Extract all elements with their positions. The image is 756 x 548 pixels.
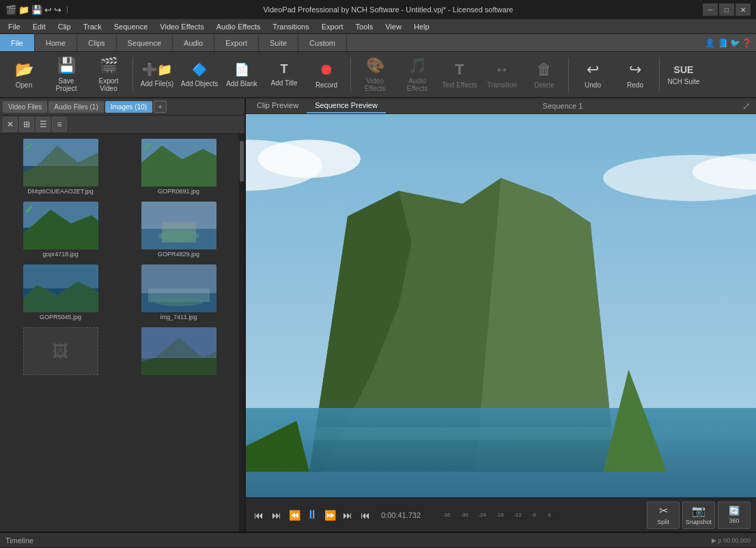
svg-rect-33 — [246, 427, 756, 440]
add-title-button[interactable]: T Add Title — [264, 55, 304, 94]
image-item-8[interactable] — [121, 325, 236, 379]
transition-icon: ↔ — [494, 61, 509, 79]
right-buttons: ✂ Split 📷 Snapshot 🔄 360 — [647, 502, 751, 529]
tab-sequence-preview[interactable]: Sequence Preview — [307, 98, 386, 113]
sequence-preview — [246, 114, 756, 497]
menu-file[interactable]: File — [3, 21, 26, 32]
tab-clip-preview[interactable]: Clip Preview — [249, 98, 307, 113]
svg-rect-23 — [141, 327, 216, 358]
text-effects-button[interactable]: T Text Effects — [440, 55, 479, 94]
menu-help[interactable]: Help — [408, 21, 435, 32]
menu-video-effects[interactable]: Video Effects — [154, 21, 209, 32]
audio-effects-button[interactable]: 🎵 Audio Effects — [397, 55, 437, 94]
vol-marker-5: -12 — [514, 512, 531, 518]
pause-button[interactable]: ⏸ — [305, 508, 320, 523]
tab-audio-files[interactable]: Audio Files (1) — [48, 101, 103, 113]
file-tool-grid[interactable]: ⊞ — [19, 117, 34, 132]
tab-file[interactable]: File — [0, 34, 35, 51]
transition-button[interactable]: ↔ Transition — [482, 55, 522, 94]
image-item-2[interactable]: ✓ GOPR0691.jpg — [121, 137, 236, 197]
rewind-button[interactable]: ⏪ — [287, 508, 302, 523]
image-item-6[interactable]: img_7411.jpg — [121, 262, 236, 323]
menu-tools[interactable]: Tools — [350, 21, 379, 32]
window-controls: ─ □ ✕ — [703, 3, 751, 16]
social-icons: 👤 📘 🐦 — [705, 38, 740, 48]
minimize-button[interactable]: ─ — [703, 3, 718, 16]
tab-home[interactable]: Home — [35, 34, 77, 51]
expand-icon[interactable]: ⤢ — [740, 100, 753, 111]
tab-export[interactable]: Export — [214, 34, 259, 51]
image-thumb-1: ✓ — [23, 139, 98, 187]
next-frame-button[interactable]: ⏭ — [340, 508, 355, 523]
redo-button[interactable]: ↪ Redo — [615, 55, 655, 94]
go-end-button[interactable]: ⏮ — [358, 508, 373, 523]
export-video-icon: 🎬 — [100, 57, 118, 74]
tab-sequence[interactable]: Sequence — [117, 34, 173, 51]
toolbar-sep-1 — [132, 57, 133, 92]
image-item-5[interactable]: GOPR5045.jpg — [3, 262, 118, 323]
undo-button[interactable]: ↩ Undo — [573, 55, 613, 94]
add-files-icon: ➕📁 — [142, 62, 172, 77]
preview-tabs: Clip Preview Sequence Preview Sequence 1… — [246, 98, 756, 114]
add-objects-label: Add Objects — [181, 80, 218, 87]
open-button[interactable]: 📂 Open — [4, 55, 44, 94]
tab-custom[interactable]: Custom — [298, 34, 347, 51]
file-toolbar: ✕ ⊞ ☰ ≡ — [0, 115, 244, 134]
split-button[interactable]: ✂ Split — [647, 502, 680, 529]
close-button[interactable]: ✕ — [736, 3, 751, 16]
image-item-3[interactable]: ✓ gopr4718.jpg — [3, 200, 118, 260]
add-objects-button[interactable]: 🔷 Add Objects — [180, 55, 219, 94]
left-panel-scrollbar[interactable] — [239, 134, 244, 532]
tab-clips[interactable]: Clips — [77, 34, 116, 51]
vol-marker-1: -36 — [443, 512, 460, 518]
toolbar-sep-4 — [659, 57, 660, 92]
add-title-icon: T — [281, 62, 288, 77]
export-video-label: Export Video — [89, 77, 128, 92]
menu-clip[interactable]: Clip — [53, 21, 76, 32]
tab-audio[interactable]: Audio — [173, 34, 214, 51]
menu-audio-effects[interactable]: Audio Effects — [211, 21, 266, 32]
delete-button[interactable]: 🗑 Delete — [524, 55, 564, 94]
undo-label: Undo — [585, 81, 601, 89]
menu-export[interactable]: Export — [316, 21, 349, 32]
redo-icon[interactable]: ↪ — [54, 5, 61, 15]
menu-sequence[interactable]: Sequence — [109, 21, 154, 32]
help-icon[interactable]: ❓ — [742, 38, 752, 48]
tab-video-files[interactable]: Video Files — [3, 101, 47, 113]
360-button[interactable]: 🔄 360 — [718, 502, 751, 529]
video-effects-icon: 🎨 — [366, 57, 384, 74]
menu-transitions[interactable]: Transitions — [267, 21, 314, 32]
add-tab-button[interactable]: + — [154, 100, 166, 113]
file-tool-list[interactable]: ☰ — [36, 117, 51, 132]
menu-view[interactable]: View — [380, 21, 407, 32]
menu-edit[interactable]: Edit — [27, 21, 51, 32]
tab-suite[interactable]: Suite — [259, 34, 298, 51]
prev-frame-button[interactable]: ⏭ — [269, 508, 284, 523]
image-item-7[interactable]: 🖼 — [3, 325, 118, 379]
file-tool-detail[interactable]: ≡ — [52, 117, 67, 132]
file-tool-delete[interactable]: ✕ — [3, 117, 18, 132]
maximize-button[interactable]: □ — [719, 3, 734, 16]
svg-point-13 — [158, 230, 199, 241]
image-item-1[interactable]: ✓ DMqt6CiUEAAO2ET.jpg — [3, 137, 118, 197]
title-icons: 🎬 📁 💾 ↩ ↪ | — [5, 5, 68, 15]
record-button[interactable]: ⏺ Record — [307, 55, 346, 94]
save-project-button[interactable]: 💾 Save Project — [46, 55, 86, 94]
export-video-button[interactable]: 🎬 Export Video — [89, 55, 128, 94]
image-label-2: GOPR0691.jpg — [158, 188, 199, 195]
file-icon[interactable]: 📁 — [18, 5, 29, 15]
vol-marker-3: -24 — [478, 512, 496, 518]
save-icon[interactable]: 💾 — [31, 5, 42, 15]
snapshot-button[interactable]: 📷 Snapshot — [682, 502, 715, 529]
svg-rect-3 — [23, 139, 98, 166]
tab-images[interactable]: Images (10) — [105, 101, 152, 113]
play-button[interactable]: ⏩ — [322, 508, 337, 523]
menu-track[interactable]: Track — [78, 21, 107, 32]
image-item-4[interactable]: GOPR4829.jpg — [121, 200, 236, 260]
add-blank-button[interactable]: 📄 Add Blank — [222, 55, 262, 94]
undo-icon[interactable]: ↩ — [44, 5, 52, 15]
nch-suite-button[interactable]: SUE NCH Suite — [664, 55, 703, 94]
video-effects-button[interactable]: 🎨 Video Effects — [355, 55, 395, 94]
add-files-button[interactable]: ➕📁 Add File(s) — [137, 55, 177, 94]
go-start-button[interactable]: ⏮ — [251, 508, 266, 523]
